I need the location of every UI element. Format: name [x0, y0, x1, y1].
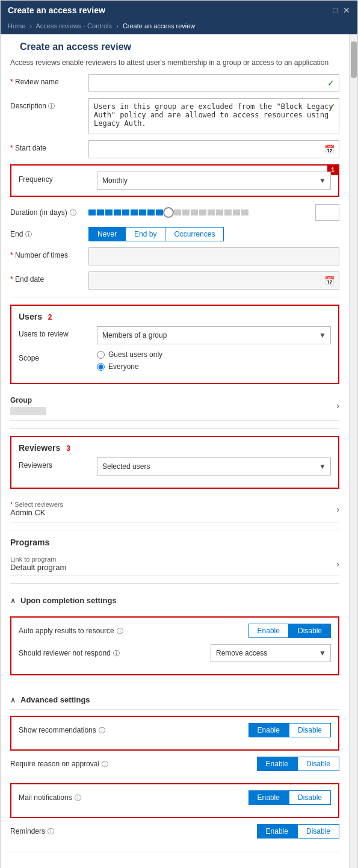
minimize-icon[interactable]: □ [333, 5, 338, 15]
reviewers-wrap: Selected users Group owners Members (sel… [97, 457, 331, 476]
mail-disable-button[interactable]: Disable [289, 790, 331, 805]
breadcrumb-home[interactable]: Home [8, 22, 25, 29]
duration-slider-wrap: 14 [88, 204, 339, 221]
not-respond-select[interactable]: Remove access Approve access Take recomm… [211, 644, 331, 662]
number-of-times-label: Number of times [10, 247, 88, 259]
frequency-select[interactable]: Monthly Weekly Quarterly Semi-annually A… [97, 172, 331, 190]
reviewers-section-number: 3 [66, 444, 70, 453]
divider-2 [10, 428, 339, 429]
reminders-row: Reminders ⓘ Enable Disable [10, 824, 339, 845]
reminders-disable-button[interactable]: Disable [297, 824, 339, 839]
not-respond-row: Should reviewer not respond ⓘ Remove acc… [19, 644, 331, 662]
program-chevron-icon[interactable]: › [336, 559, 339, 569]
scrollbar-thumb[interactable] [351, 42, 357, 78]
advanced-settings-title: Advanced settings [20, 695, 90, 704]
close-icon[interactable]: ✕ [343, 5, 350, 15]
review-name-check-icon: ✓ [327, 78, 335, 88]
mail-info-icon[interactable]: ⓘ [75, 793, 81, 802]
breadcrumb-current: Create an access review [123, 22, 195, 29]
end-endby-button[interactable]: End by [125, 227, 165, 241]
require-reason-enable-button[interactable]: Enable [257, 757, 297, 771]
auto-apply-disable-button[interactable]: Disable [289, 624, 331, 638]
auto-apply-info-icon[interactable]: ⓘ [117, 627, 123, 636]
duration-slider[interactable] [88, 207, 310, 218]
require-reason-info-icon[interactable]: ⓘ [102, 760, 108, 769]
frequency-section: Frequency 1 Monthly Weekly Quarterly Sem… [10, 164, 339, 197]
window-title: Create an access review [8, 5, 105, 15]
scrollbar[interactable] [349, 34, 357, 868]
review-name-row: Review name Access via Legay Auth ✓ [10, 74, 339, 92]
review-name-wrap: Access via Legay Auth ✓ [88, 74, 339, 92]
scope-everyone-radio[interactable] [97, 363, 105, 371]
select-reviewers-row[interactable]: * Select reviewers Admin CK › [10, 496, 339, 522]
duration-info-icon[interactable]: ⓘ [70, 208, 76, 217]
reminders-label: Reminders ⓘ [10, 827, 257, 836]
description-wrap: Users in this group are excluded from th… [88, 98, 339, 134]
duration-label: Duration (in days) ⓘ [10, 208, 88, 217]
not-respond-info-icon[interactable]: ⓘ [113, 649, 120, 658]
scope-guest-option[interactable]: Guest users only [97, 350, 331, 359]
description-input[interactable]: Users in this group are excluded from th… [88, 98, 339, 134]
users-to-review-wrap: Members of a group Assigned to an applic… [97, 326, 331, 344]
end-date-input[interactable]: 2018-10-04 [88, 271, 339, 290]
completion-settings-header[interactable]: ∧ Upon completion settings [10, 591, 339, 610]
end-never-button[interactable]: Never [88, 227, 125, 241]
require-reason-controls: Enable Disable [257, 757, 339, 771]
show-rec-info-icon[interactable]: ⓘ [99, 726, 105, 735]
description-check-icon: ✓ [329, 102, 336, 111]
main-content: Create an access review Access reviews e… [1, 34, 349, 868]
require-reason-disable-button[interactable]: Disable [297, 757, 339, 771]
window-controls: □ ✕ [333, 5, 350, 15]
start-date-input[interactable]: 2018-09-04 [88, 140, 339, 158]
scope-label: Scope [19, 350, 97, 362]
not-respond-label: Should reviewer not respond ⓘ [19, 649, 211, 658]
group-row[interactable]: Group › [10, 391, 339, 421]
programs-title: Programs [10, 538, 339, 547]
content-area: Create an access review Access reviews e… [1, 34, 357, 868]
scope-row: Scope Guest users only Everyone [19, 350, 331, 371]
end-info-icon[interactable]: ⓘ [25, 230, 32, 239]
completion-settings-title: Upon completion settings [20, 596, 117, 605]
programs-section: Programs Link to program Default program… [10, 538, 339, 576]
start-date-wrap: 2018-09-04 📅 [88, 140, 339, 158]
number-of-times-input[interactable]: 0 [88, 247, 339, 265]
auto-apply-enable-button[interactable]: Enable [248, 624, 289, 638]
divider-1 [10, 297, 339, 297]
breadcrumb-access-reviews[interactable]: Access reviews - Controls [36, 22, 113, 29]
review-name-input[interactable]: Access via Legay Auth [88, 74, 339, 92]
title-bar: Create an access review □ ✕ [1, 1, 357, 20]
auto-apply-label: Auto apply results to resource ⓘ [19, 627, 248, 636]
show-rec-disable-button[interactable]: Disable [289, 723, 331, 737]
end-date-row: End date 2018-10-04 📅 [10, 271, 339, 290]
reminders-info-icon[interactable]: ⓘ [48, 827, 54, 836]
scope-wrap: Guest users only Everyone [97, 350, 331, 371]
number-of-times-wrap: 0 [88, 247, 339, 265]
advanced-settings-header[interactable]: ∧ Advanced settings [10, 690, 339, 710]
link-to-program-label: Link to program [10, 556, 66, 563]
reminders-enable-button[interactable]: Enable [257, 824, 297, 839]
completion-collapse-icon: ∧ [10, 597, 16, 605]
users-to-review-select[interactable]: Members of a group Assigned to an applic… [97, 326, 331, 344]
reviewers-select[interactable]: Selected users Group owners Members (sel… [97, 457, 331, 476]
mail-label: Mail notifications ⓘ [19, 793, 248, 802]
duration-value-input[interactable]: 14 [315, 204, 339, 221]
mail-row: Mail notifications ⓘ Enable Disable [19, 790, 331, 805]
group-chevron-icon[interactable]: › [336, 401, 339, 411]
mail-enable-button[interactable]: Enable [248, 790, 289, 805]
show-rec-row: Show recommendations ⓘ Enable Disable [19, 723, 331, 737]
end-row: End ⓘ Never End by Occurrences [10, 227, 339, 241]
description-info-icon[interactable]: ⓘ [48, 102, 55, 110]
scope-guest-radio[interactable] [97, 351, 105, 359]
end-occurrences-button[interactable]: Occurrences [165, 227, 224, 241]
frequency-wrap: Monthly Weekly Quarterly Semi-annually A… [97, 172, 331, 190]
divider-4 [10, 583, 339, 584]
auto-apply-controls: Enable Disable [248, 624, 331, 638]
select-reviewers-chevron-icon[interactable]: › [336, 504, 339, 514]
end-button-group: Never End by Occurrences [88, 227, 224, 241]
show-rec-enable-button[interactable]: Enable [248, 723, 289, 737]
program-row[interactable]: Link to program Default program › [10, 552, 339, 576]
scope-everyone-option[interactable]: Everyone [97, 362, 331, 371]
end-date-wrap: 2018-10-04 📅 [88, 271, 339, 290]
frequency-row: Frequency 1 Monthly Weekly Quarterly Sem… [19, 172, 331, 190]
users-section-number: 2 [48, 313, 52, 321]
